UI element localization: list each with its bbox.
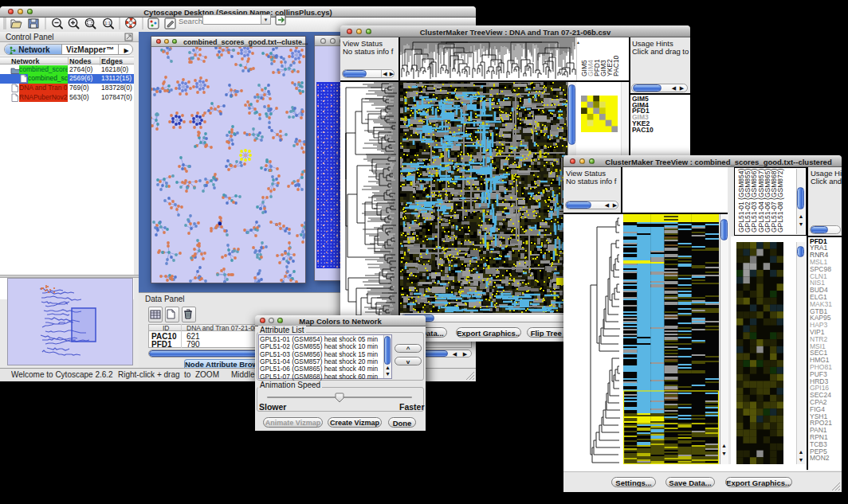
svg-text:1:1: 1:1 — [104, 21, 111, 25]
